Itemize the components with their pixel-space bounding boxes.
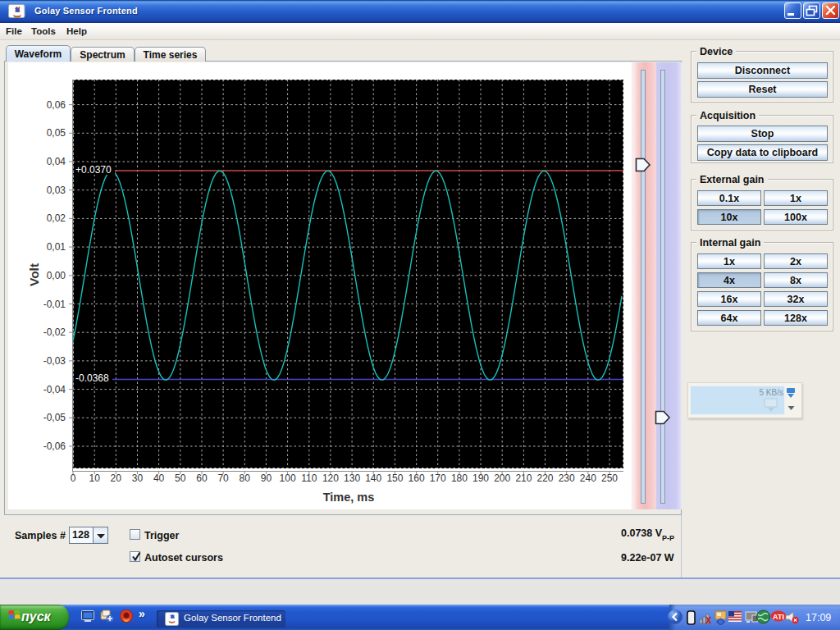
svg-text:-0,01: -0,01	[43, 299, 66, 310]
svg-text:200: 200	[494, 472, 510, 484]
svg-text:190: 190	[472, 472, 489, 484]
svg-text:20: 20	[111, 472, 122, 484]
svg-text:220: 220	[536, 472, 553, 484]
svg-text:210: 210	[515, 472, 532, 484]
svg-text:30: 30	[132, 472, 144, 484]
svg-text:60: 60	[196, 472, 208, 484]
svg-text:Time, ms: Time, ms	[323, 491, 375, 504]
svg-text:0,00: 0,00	[47, 270, 66, 281]
svg-text:10: 10	[89, 472, 101, 484]
svg-text:50: 50	[175, 472, 186, 484]
svg-text:130: 130	[344, 472, 360, 484]
svg-text:250: 250	[601, 472, 618, 484]
svg-text:160: 160	[409, 472, 425, 484]
svg-text:70: 70	[217, 472, 229, 484]
svg-text:150: 150	[386, 472, 403, 484]
svg-text:80: 80	[240, 472, 251, 484]
svg-text:110: 110	[301, 472, 317, 484]
svg-text:-0.0368: -0.0368	[75, 372, 109, 384]
svg-text:ATI: ATI	[773, 613, 784, 621]
svg-text:230: 230	[559, 472, 575, 484]
svg-text:90: 90	[261, 472, 272, 484]
svg-text:140: 140	[365, 472, 381, 484]
svg-text:-0,03: -0,03	[43, 355, 66, 367]
svg-text:0,03: 0,03	[47, 185, 66, 196]
svg-text:-0,05: -0,05	[43, 412, 66, 423]
svg-text:0,04: 0,04	[47, 156, 66, 167]
svg-text:180: 180	[451, 472, 468, 484]
svg-text:40: 40	[153, 472, 165, 484]
svg-text:+0.0370: +0.0370	[75, 164, 112, 176]
svg-text:100: 100	[280, 472, 296, 484]
svg-text:0,02: 0,02	[47, 212, 66, 224]
svg-text:170: 170	[430, 472, 446, 484]
svg-text:240: 240	[580, 472, 596, 484]
svg-text:-0,04: -0,04	[43, 384, 66, 395]
svg-text:0,01: 0,01	[47, 241, 66, 253]
svg-text:0: 0	[71, 472, 76, 484]
svg-text:0,05: 0,05	[47, 127, 66, 139]
svg-text:0,06: 0,06	[47, 99, 66, 111]
svg-text:-0,02: -0,02	[43, 326, 66, 338]
svg-text:Volt: Volt	[27, 263, 41, 286]
svg-text:120: 120	[322, 472, 339, 484]
svg-text:-0,06: -0,06	[43, 441, 66, 452]
